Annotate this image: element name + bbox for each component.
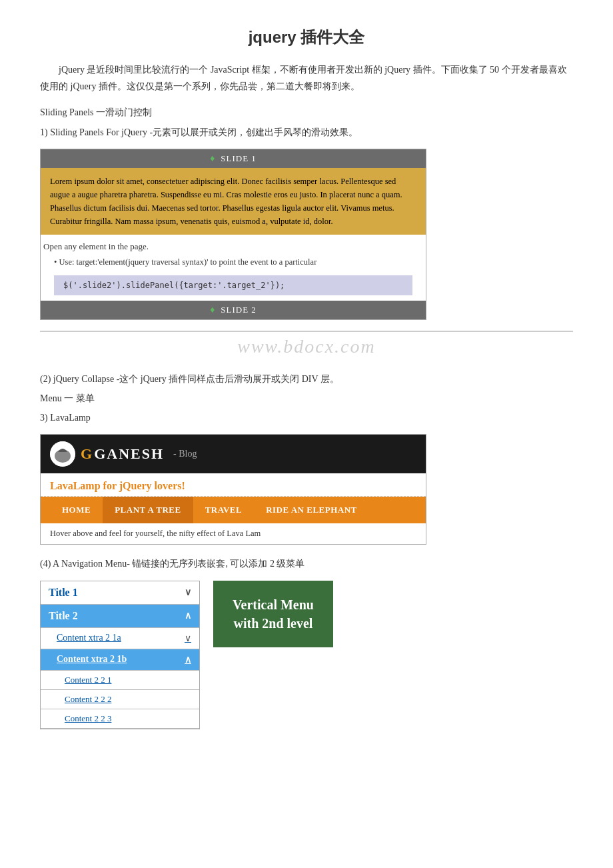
slide1-header: ♦ SLIDE 1	[41, 149, 426, 168]
slide-code: $('.slide2').slidePanel({target:'.target…	[54, 275, 412, 295]
jquery-collapse-desc: (2) jQuery Collapse -这个 jQuery 插件同样点击后滑动…	[40, 371, 573, 387]
slide1-body: Lorem ipsum dolor sit amet, consectetuer…	[41, 168, 426, 235]
lavalamp-topbar: GGANESH - Blog	[41, 435, 426, 473]
chevron-down-icon3: ∨	[185, 633, 191, 644]
chevron-up-icon2: ∧	[185, 610, 191, 621]
diamond-icon2: ♦	[210, 305, 215, 315]
nav-item-plant-a-tree[interactable]: PLANT A TREE	[103, 497, 193, 523]
vmenu-sub2[interactable]: Content xtra 2 1b ∧	[41, 649, 199, 671]
lavalamp-nav: HOME PLANT A TREE TRAVEL RIDE AN ELEPHAN…	[41, 497, 426, 523]
sliding-panels-desc: 1) Sliding Panels For jQuery -元素可以展开或关闭，…	[40, 124, 573, 141]
lavalamp-hover-text: Hover above and feel for yourself, the n…	[41, 523, 426, 544]
vmenu-title1[interactable]: Title 1 ∨	[41, 581, 199, 605]
open-element-text: Open any element in the page.	[41, 235, 426, 255]
section4-desc: (4) A Navigation Menu- 锚链接的无序列表嵌套, 可以添加 …	[40, 555, 573, 572]
slide2-header: ♦ SLIDE 2	[41, 301, 426, 319]
lavalamp-logo	[50, 441, 75, 467]
page-title: jquery 插件大全	[40, 27, 573, 48]
lavalamp-blog-label: - Blog	[173, 449, 197, 459]
slide-bullet: • Use: target:'element(jquery traversal …	[41, 255, 426, 270]
slide-demo: ♦ SLIDE 1 Lorem ipsum dolor sit amet, co…	[40, 149, 426, 320]
nav-item-travel[interactable]: TRAVEL	[193, 497, 255, 523]
vmenu-title2[interactable]: Title 2 ∧	[41, 605, 199, 628]
watermark: www.bdocx.com	[40, 331, 573, 361]
vertical-menu: Title 1 ∨ Title 2 ∧ Content xtra 2 1a ∨ …	[40, 581, 200, 729]
vmenu-sub1[interactable]: Content xtra 2 1a ∨	[41, 628, 199, 649]
vmenu-badge: Vertical Menuwith 2nd level	[213, 581, 333, 647]
menu-label: Menu 一 菜单	[40, 390, 573, 407]
nav-item-ride-an-elephant[interactable]: RIDE AN ELEPHANT	[254, 497, 369, 523]
section3-label: 3) LavaLamp	[40, 409, 573, 426]
lavalamp-subtitle: LavaLamp for jQuery lovers!	[41, 473, 426, 497]
chevron-down-icon1: ∨	[185, 587, 191, 598]
lavalamp-demo: GGANESH - Blog LavaLamp for jQuery lover…	[40, 434, 426, 545]
vmenu-sub-sub2[interactable]: Content 2 2 2	[41, 690, 199, 709]
nav-item-home[interactable]: HOME	[50, 497, 103, 523]
diamond-icon1: ♦	[210, 153, 215, 164]
chevron-up-icon4: ∧	[185, 654, 191, 665]
intro-paragraph: jQuery 是近段时间里比较流行的一个 JavaScript 框架，不断有使用…	[40, 61, 573, 95]
vmenu-sub-sub1[interactable]: Content 2 2 1	[41, 671, 199, 690]
vmenu-section: Title 1 ∨ Title 2 ∧ Content xtra 2 1a ∨ …	[40, 581, 573, 729]
sliding-panels-label: Sliding Panels 一滑动门控制	[40, 104, 573, 121]
vmenu-sub-sub3[interactable]: Content 2 2 3	[41, 709, 199, 729]
lavalamp-brand-text: GGANESH	[81, 445, 164, 463]
